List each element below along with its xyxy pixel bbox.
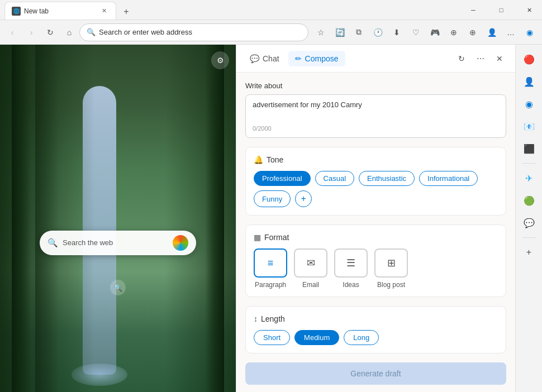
games-button[interactable]: 🎮 bbox=[426, 23, 444, 41]
close-button[interactable]: ✕ bbox=[516, 0, 542, 20]
address-actions: ☆ 🔄 ⧉ 🕐 ⬇ ♡ 🎮 ⊕ ⊕ 👤 … ◉ bbox=[312, 23, 539, 41]
sidebar-icon-add[interactable]: + bbox=[519, 242, 539, 262]
content-area: ⚙ 🔍 Search the web 🔍 ⤢ 💬 Chat ✏ bbox=[0, 45, 542, 392]
format-label: Format bbox=[264, 233, 289, 242]
length-section-header: ↕ Length bbox=[254, 314, 498, 323]
sidebar-icon-edge-copilot[interactable]: ◉ bbox=[519, 94, 539, 114]
ideas-label: Ideas bbox=[343, 281, 359, 289]
compose-tab-icon: ✏ bbox=[295, 54, 302, 63]
maximize-button[interactable]: □ bbox=[488, 0, 514, 20]
ideas-icon-box: ☰ bbox=[334, 248, 368, 278]
sidebar-icon-green[interactable]: 🟢 bbox=[519, 190, 539, 211]
length-icon: ↕ bbox=[254, 314, 258, 323]
search-icon: 🔍 bbox=[87, 28, 96, 36]
write-about-label: Write about bbox=[245, 82, 506, 90]
favorites-button[interactable]: ☆ bbox=[312, 23, 330, 41]
sidebar-icon-copilot[interactable]: 🔴 bbox=[519, 49, 539, 69]
tone-funny[interactable]: Funny bbox=[254, 190, 291, 207]
extensions-button[interactable]: 🔄 bbox=[331, 23, 349, 41]
char-count: 0/2000 bbox=[253, 125, 499, 132]
format-blog-post[interactable]: ⊞ Blog post bbox=[374, 248, 408, 289]
chat-tab-icon: 💬 bbox=[250, 54, 259, 63]
history-button[interactable]: 🕐 bbox=[369, 23, 387, 41]
chat-tab[interactable]: 💬 Chat bbox=[243, 51, 286, 66]
format-email[interactable]: ✉ Email bbox=[294, 248, 327, 289]
write-about-text: advertisement for my 2010 Camry bbox=[253, 101, 499, 123]
format-section-header: ▦ Format bbox=[254, 233, 498, 242]
edge-icon: ◉ bbox=[521, 23, 539, 41]
newtab-settings-button[interactable]: ⚙ bbox=[211, 51, 229, 69]
tone-enthusiastic[interactable]: Enthusiastic bbox=[359, 171, 415, 186]
refresh-button[interactable]: ↻ bbox=[41, 23, 59, 41]
format-ideas[interactable]: ☰ Ideas bbox=[334, 248, 368, 289]
sidebar-icon-skype[interactable]: 💬 bbox=[519, 213, 539, 233]
more-tools-button[interactable]: ⊕ bbox=[445, 23, 463, 41]
tone-section: 🔔 Tone Professional Casual Enthusiastic … bbox=[245, 147, 506, 216]
background-image: ⚙ 🔍 Search the web 🔍 ⤢ bbox=[0, 45, 236, 392]
newtab-zoom-button[interactable]: 🔍 bbox=[110, 280, 126, 295]
tone-buttons: Professional Casual Enthusiastic Informa… bbox=[254, 171, 498, 207]
menu-button[interactable]: … bbox=[502, 23, 520, 41]
blog-post-label: Blog post bbox=[377, 281, 405, 289]
home-button[interactable]: ⌂ bbox=[60, 23, 78, 41]
panel-close-button[interactable]: ✕ bbox=[491, 50, 508, 68]
length-label: Length bbox=[261, 314, 285, 323]
tone-professional[interactable]: Professional bbox=[254, 171, 311, 186]
panel-header: 💬 Chat ✏ Compose ↻ ⋯ ✕ bbox=[236, 45, 515, 73]
format-paragraph[interactable]: ≡ Paragraph bbox=[254, 248, 287, 289]
tab-favicon: 🌐 bbox=[12, 7, 21, 16]
length-short[interactable]: Short bbox=[254, 330, 290, 345]
downloads-button[interactable]: ⬇ bbox=[388, 23, 406, 41]
address-text: Search or enter web address bbox=[99, 28, 192, 36]
tree-right-decoration bbox=[165, 45, 236, 392]
panel-header-actions: ↻ ⋯ ✕ bbox=[453, 50, 508, 68]
favorites-bar-button[interactable]: ♡ bbox=[407, 23, 425, 41]
copilot-button[interactable]: ⊕ bbox=[464, 23, 482, 41]
tab-title: New tab bbox=[24, 7, 49, 15]
sidebar-icon-outlook[interactable]: 📧 bbox=[519, 116, 539, 136]
split-view-button[interactable]: ⧉ bbox=[350, 23, 368, 41]
write-about-section: Write about advertisement for my 2010 Ca… bbox=[245, 82, 506, 138]
address-input[interactable]: 🔍 Search or enter web address bbox=[79, 23, 308, 41]
newtab-search-bar[interactable]: 🔍 Search the web bbox=[40, 231, 196, 255]
length-buttons: Short Medium Long bbox=[254, 330, 498, 345]
back-button[interactable]: ‹ bbox=[3, 23, 21, 41]
sidebar-divider bbox=[522, 163, 536, 164]
format-icon: ▦ bbox=[254, 233, 261, 242]
sidebar-icon-telegram[interactable]: ✈ bbox=[519, 168, 539, 188]
generate-draft-button[interactable]: Generate draft bbox=[245, 362, 506, 385]
profile-button[interactable]: 👤 bbox=[483, 23, 501, 41]
sidebar-icon-apps[interactable]: ⬛ bbox=[519, 138, 539, 159]
tone-section-header: 🔔 Tone bbox=[254, 155, 498, 164]
minimize-button[interactable]: ─ bbox=[460, 0, 486, 20]
email-label: Email bbox=[302, 281, 319, 289]
chat-tab-label: Chat bbox=[263, 54, 279, 63]
sidebar-icon-person[interactable]: 👤 bbox=[519, 71, 539, 92]
browser-tab[interactable]: 🌐 New tab ✕ bbox=[4, 2, 116, 20]
sidebar-divider-2 bbox=[522, 237, 536, 238]
panel-more-button[interactable]: ⋯ bbox=[472, 50, 489, 68]
email-icon-box: ✉ bbox=[294, 248, 327, 278]
newtab-search-icon: 🔍 bbox=[47, 238, 58, 248]
compose-tab-label: Compose bbox=[305, 54, 339, 63]
paragraph-label: Paragraph bbox=[255, 281, 286, 289]
right-sidebar: 🔴 👤 ◉ 📧 ⬛ ✈ 🟢 💬 + ⚙ bbox=[515, 45, 542, 392]
length-medium[interactable]: Medium bbox=[294, 330, 339, 345]
tab-close-button[interactable]: ✕ bbox=[99, 6, 109, 16]
forward-button[interactable]: › bbox=[22, 23, 40, 41]
copilot-panel: 💬 Chat ✏ Compose ↻ ⋯ ✕ Write about bbox=[236, 45, 515, 392]
copilot-search-icon bbox=[173, 235, 188, 251]
length-section: ↕ Length Short Medium Long bbox=[245, 306, 506, 353]
refresh-panel-button[interactable]: ↻ bbox=[453, 50, 470, 68]
length-long[interactable]: Long bbox=[344, 330, 379, 345]
blog-post-icon-box: ⊞ bbox=[374, 248, 408, 278]
address-bar: ‹ › ↻ ⌂ 🔍 Search or enter web address ☆ … bbox=[0, 20, 542, 45]
compose-tab[interactable]: ✏ Compose bbox=[288, 51, 345, 66]
new-tab-button[interactable]: + bbox=[118, 4, 134, 20]
tone-casual[interactable]: Casual bbox=[315, 171, 354, 186]
tone-informational[interactable]: Informational bbox=[419, 171, 478, 186]
newtab-search-text: Search the web bbox=[63, 238, 168, 247]
paragraph-icon-box: ≡ bbox=[254, 248, 287, 278]
newtab-page: ⚙ 🔍 Search the web 🔍 ⤢ bbox=[0, 45, 236, 392]
tone-add-button[interactable]: + bbox=[295, 190, 312, 207]
